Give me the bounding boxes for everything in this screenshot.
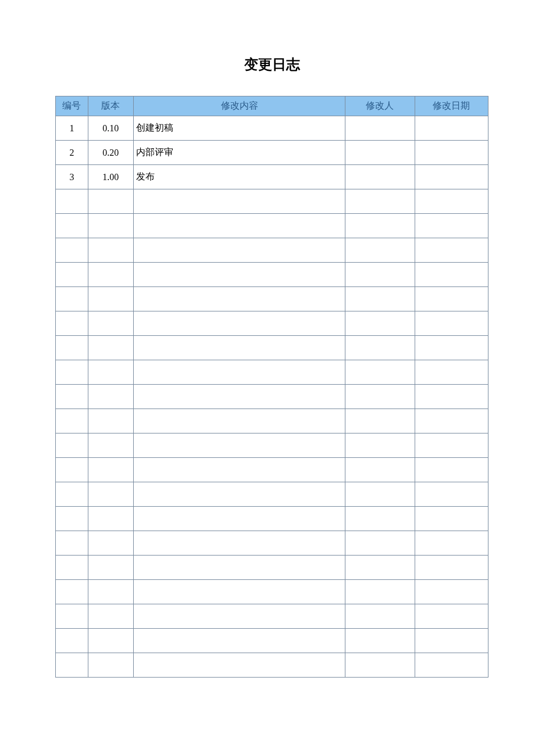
cell-version: [88, 433, 133, 458]
table-row: [56, 629, 488, 653]
table-row: [56, 580, 488, 604]
cell-modifier: [345, 458, 415, 482]
cell-no: [56, 238, 88, 263]
cell-version: [88, 458, 133, 482]
cell-content: [133, 580, 345, 604]
cell-no: [56, 653, 88, 678]
table-row: [56, 385, 488, 409]
page-title: 变更日志: [55, 55, 488, 74]
cell-version: [88, 556, 133, 580]
cell-version: [88, 507, 133, 531]
table-row: [56, 482, 488, 507]
cell-version: 1.00: [88, 165, 133, 189]
cell-modifier: [345, 141, 415, 165]
cell-version: [88, 385, 133, 409]
table-row: [56, 507, 488, 531]
cell-content: [133, 287, 345, 311]
cell-modifier: [345, 214, 415, 238]
cell-content: [133, 263, 345, 287]
table-row: [56, 189, 488, 214]
cell-modifier: [345, 604, 415, 629]
cell-no: [56, 556, 88, 580]
cell-version: [88, 287, 133, 311]
table-row: [56, 214, 488, 238]
cell-modifier: [345, 556, 415, 580]
cell-date: [415, 336, 488, 360]
cell-date: [415, 287, 488, 311]
table-row: [56, 653, 488, 678]
cell-no: [56, 482, 88, 507]
cell-content: [133, 336, 345, 360]
cell-version: [88, 482, 133, 507]
cell-modifier: [345, 482, 415, 507]
cell-content: [133, 531, 345, 556]
cell-content: [133, 189, 345, 214]
cell-version: [88, 311, 133, 336]
cell-content: 发布: [133, 165, 345, 189]
cell-modifier: [345, 653, 415, 678]
cell-version: [88, 238, 133, 263]
cell-content: [133, 629, 345, 653]
cell-version: [88, 336, 133, 360]
table-row: [56, 263, 488, 287]
table-row: [56, 556, 488, 580]
cell-version: [88, 580, 133, 604]
cell-no: 2: [56, 141, 88, 165]
cell-content: [133, 482, 345, 507]
cell-date: [415, 433, 488, 458]
cell-modifier: [345, 287, 415, 311]
cell-no: [56, 458, 88, 482]
cell-date: [415, 116, 488, 141]
table-row: 20.20内部评审: [56, 141, 488, 165]
table-row: 31.00发布: [56, 165, 488, 189]
cell-modifier: [345, 165, 415, 189]
cell-date: [415, 409, 488, 433]
cell-version: [88, 629, 133, 653]
cell-date: [415, 141, 488, 165]
cell-version: 0.20: [88, 141, 133, 165]
cell-no: [56, 580, 88, 604]
cell-no: 3: [56, 165, 88, 189]
table-row: [56, 458, 488, 482]
cell-content: 创建初稿: [133, 116, 345, 141]
cell-modifier: [345, 189, 415, 214]
header-date: 修改日期: [415, 96, 488, 116]
cell-content: [133, 604, 345, 629]
cell-no: [56, 531, 88, 556]
cell-no: [56, 604, 88, 629]
cell-content: 内部评审: [133, 141, 345, 165]
cell-no: [56, 311, 88, 336]
cell-version: [88, 653, 133, 678]
cell-modifier: [345, 238, 415, 263]
header-version: 版本: [88, 96, 133, 116]
cell-no: [56, 360, 88, 385]
cell-date: [415, 263, 488, 287]
cell-no: [56, 507, 88, 531]
cell-no: [56, 409, 88, 433]
header-modifier: 修改人: [345, 96, 415, 116]
table-row: [56, 311, 488, 336]
cell-version: [88, 531, 133, 556]
cell-version: [88, 189, 133, 214]
cell-modifier: [345, 409, 415, 433]
cell-content: [133, 238, 345, 263]
cell-content: [133, 214, 345, 238]
header-no: 编号: [56, 96, 88, 116]
changelog-table: 编号 版本 修改内容 修改人 修改日期 10.10创建初稿20.20内部评审31…: [55, 96, 488, 678]
table-row: [56, 433, 488, 458]
table-row: [56, 409, 488, 433]
cell-version: 0.10: [88, 116, 133, 141]
cell-date: [415, 385, 488, 409]
cell-modifier: [345, 336, 415, 360]
cell-content: [133, 556, 345, 580]
cell-version: [88, 263, 133, 287]
cell-date: [415, 507, 488, 531]
cell-date: [415, 360, 488, 385]
table-row: [56, 336, 488, 360]
cell-date: [415, 482, 488, 507]
table-row: [56, 287, 488, 311]
cell-date: [415, 604, 488, 629]
cell-date: [415, 531, 488, 556]
cell-version: [88, 409, 133, 433]
cell-content: [133, 385, 345, 409]
